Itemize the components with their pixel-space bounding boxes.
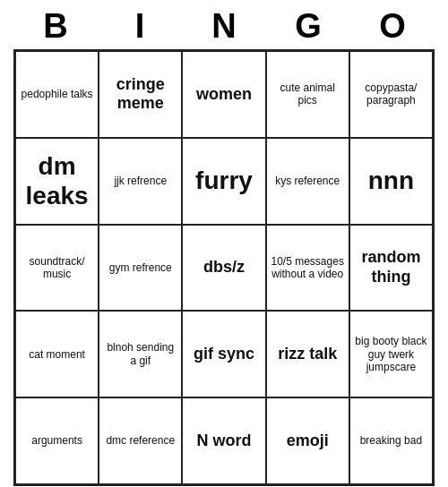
bingo-cell-14: random thing xyxy=(349,225,433,312)
bingo-cell-22: N word xyxy=(182,397,265,484)
bingo-cell-10: soundtrack/ music xyxy=(15,225,99,312)
bingo-cell-3: cute animal pics xyxy=(266,51,349,138)
header-o: O xyxy=(353,7,432,46)
bingo-cell-19: big booty black guy twerk jumpscare xyxy=(349,311,433,397)
bingo-header: B I N G O xyxy=(13,0,435,49)
bingo-cell-13: 10/5 messages without a video xyxy=(266,225,349,312)
bingo-cell-21: dmc reference xyxy=(99,397,182,484)
bingo-cell-16: blnoh sending a gif xyxy=(99,311,182,397)
bingo-cell-17: gif sync xyxy=(182,311,265,397)
bingo-cell-0: pedophile talks xyxy=(15,51,99,138)
bingo-cell-12: dbs/z xyxy=(182,225,265,312)
header-g: G xyxy=(269,7,348,46)
bingo-cell-2: women xyxy=(182,51,265,138)
bingo-cell-8: kys reference xyxy=(266,138,349,225)
bingo-cell-9: nnn xyxy=(349,138,433,225)
bingo-cell-20: arguments xyxy=(15,397,99,484)
bingo-cell-6: jjk refrence xyxy=(99,138,182,225)
bingo-cell-4: copypasta/ paragraph xyxy=(349,51,433,138)
bingo-cell-7: furry xyxy=(182,138,265,225)
bingo-cell-24: breaking bad xyxy=(349,397,433,484)
bingo-cell-1: cringe meme xyxy=(99,51,182,138)
header-i: I xyxy=(100,7,179,46)
bingo-cell-15: cat moment xyxy=(15,311,99,397)
bingo-cell-5: dm leaks xyxy=(15,138,99,225)
bingo-cell-23: emoji xyxy=(266,397,349,484)
bingo-grid: pedophile talkscringe memewomencute anim… xyxy=(13,49,435,486)
header-b: B xyxy=(16,7,95,46)
bingo-cell-18: rizz talk xyxy=(266,311,349,397)
bingo-cell-11: gym refrence xyxy=(99,225,182,312)
header-n: N xyxy=(185,7,263,46)
